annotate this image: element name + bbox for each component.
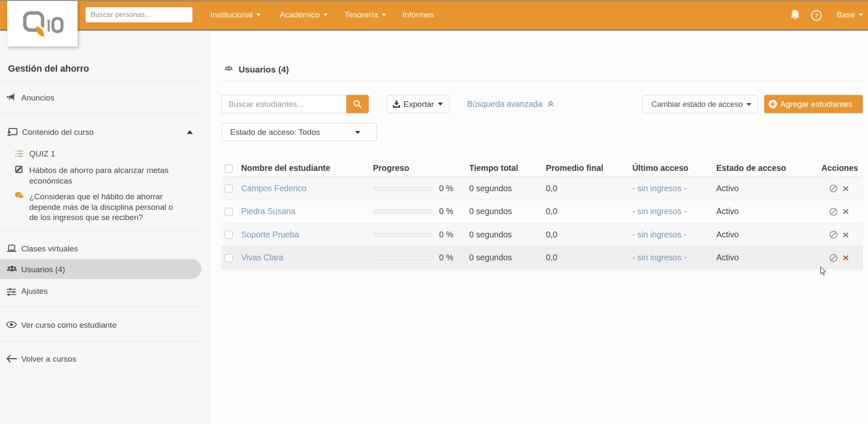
svg-text:?: ?: [815, 12, 818, 19]
